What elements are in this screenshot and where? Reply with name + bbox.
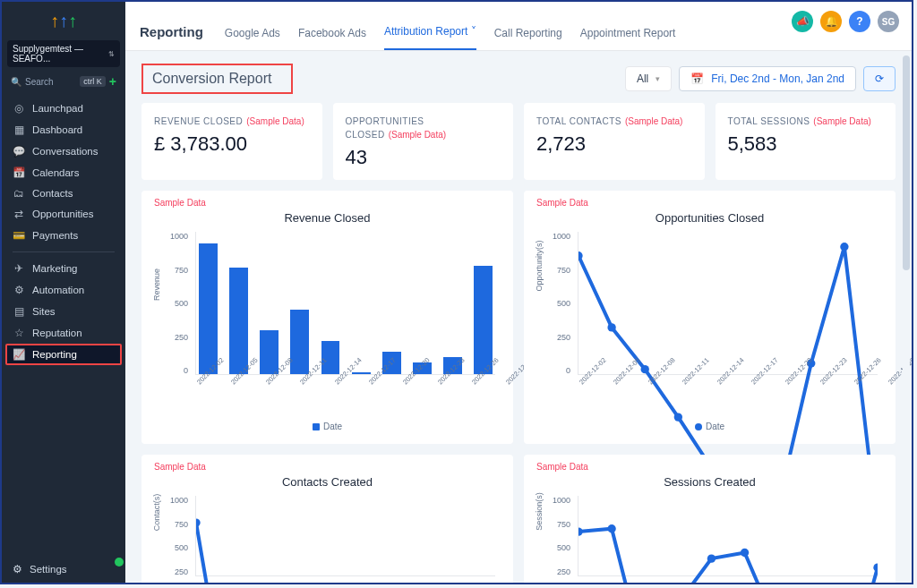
nav-label: Dashboard [32,124,82,135]
tab-call-reporting[interactable]: Call Reporting [494,27,562,50]
kpi-label: TOTAL CONTACTS [536,116,621,126]
account-switcher[interactable]: Supplygemtest — SEAFO... ⇅ [7,40,120,67]
topbar: Reporting Google AdsFacebook AdsAttribut… [125,2,912,51]
charts-grid: Sample Data Revenue Closed 1000750500250… [125,191,912,583]
reputation-icon: ☆ [13,327,25,339]
logo: ↑↑↑ [2,2,125,40]
nav-label: Reporting [32,349,77,360]
nav-label: Payments [32,230,78,241]
chart-contacts-created: Sample Data Contacts Created 10007505002… [141,455,513,583]
svg-point-3 [674,413,682,421]
chevron-updown-icon: ⇅ [108,50,115,58]
svg-point-1 [607,323,615,331]
tab-google-ads[interactable]: Google Ads [225,27,280,50]
sidebar-item-dashboard[interactable]: ▦Dashboard [2,119,125,141]
sample-badge: (Sample Data) [625,116,682,126]
bar [199,243,218,374]
kpi-card: TOTAL SESSIONS(Sample Data)5,583 [716,103,896,180]
chart-opportunities-closed: Sample Data Opportunities Closed 1000750… [524,191,896,444]
chart-sessions-created: Sample Data Sessions Created 10007505002… [524,455,896,583]
subheader: Conversion Report All ▾ 📅 Fri, Dec 2nd -… [125,51,912,103]
help-icon[interactable]: ? [849,11,870,32]
kpi-label: TOTAL SESSIONS [728,116,810,126]
kpi-card: OPPORTUNITIES CLOSED(Sample Data)43 [333,103,514,180]
main-content: Reporting Google AdsFacebook AdsAttribut… [125,2,912,583]
sidebar-item-contacts[interactable]: 🗂Contacts [2,183,125,203]
kpi-card: REVENUE CLOSED(Sample Data)£ 3,783.00 [141,103,322,180]
svg-point-10 [196,518,201,526]
search-placeholder: Search [25,77,54,87]
nav-label: Automation [32,285,84,295]
nav-label: Calendars [32,167,79,178]
sample-badge: (Sample Data) [389,130,446,140]
kpi-card: TOTAL CONTACTS(Sample Data)2,723 [524,103,705,180]
sidebar-item-calendars[interactable]: 📅Calendars [2,162,125,183]
date-range-picker[interactable]: 📅 Fri, Dec 2nd - Mon, Jan 2nd [679,66,856,91]
sample-badge: Sample Data [154,462,501,472]
nav-label: Launchpad [32,103,83,114]
nav-label: Opportunities [32,209,93,219]
svg-point-0 [578,251,583,260]
tab-appointment-report[interactable]: Appointment Report [580,27,676,50]
bell-icon[interactable]: 🔔 [820,11,842,32]
sidebar: ↑↑↑ Supplygemtest — SEAFO... ⇅ 🔍 Search … [2,2,125,583]
kpi-value: 43 [346,146,501,169]
chart-legend: Date [154,402,501,431]
sidebar-item-launchpad[interactable]: ◎Launchpad [2,98,125,119]
nav-separator [13,251,115,252]
report-tabs: Google AdsFacebook AdsAttribution Report… [225,25,676,50]
bar [229,268,248,374]
settings-label: Settings [30,564,67,575]
chart-title: Contacts Created [154,475,501,489]
conversations-icon: 💬 [13,145,25,158]
sidebar-item-reputation[interactable]: ☆Reputation [2,322,125,344]
svg-point-24 [873,563,878,571]
announce-icon[interactable]: 📣 [792,11,813,32]
sample-badge: Sample Data [536,462,883,472]
header-icons: 📣 🔔 ? SG [792,11,899,32]
sidebar-item-marketing[interactable]: ✈Marketing [2,258,125,279]
chart-title: Revenue Closed [154,211,501,225]
sidebar-item-automation[interactable]: ⚙Automation [2,279,125,301]
sidebar-item-reporting[interactable]: 📈Reporting [5,344,122,365]
filter-select[interactable]: All ▾ [625,66,672,91]
nav-label: Reputation [32,328,82,338]
kpi-value: 2,723 [536,132,692,156]
sidebar-item-payments[interactable]: 💳Payments [2,225,125,246]
tab-attribution-report[interactable]: Attribution Report ˅ [384,25,476,50]
kpi-value: 5,583 [728,132,884,156]
sidebar-item-conversations[interactable]: 💬Conversations [2,141,125,162]
kpi-row: REVENUE CLOSED(Sample Data)£ 3,783.00OPP… [125,103,912,191]
svg-point-8 [840,243,848,251]
svg-point-15 [578,527,583,535]
search-shortcut: ctrl K [80,76,106,87]
launchpad-icon: ◎ [13,102,25,115]
account-name: Supplygemtest — SEAFO... [13,44,108,64]
svg-point-19 [707,554,716,562]
search-icon: 🔍 [11,77,21,87]
reporting-icon: 📈 [13,348,25,361]
sample-badge: Sample Data [536,198,883,208]
calendar-icon: 📅 [690,72,704,85]
tab-facebook-ads[interactable]: Facebook Ads [298,27,366,50]
nav-label: Sites [32,306,56,317]
refresh-button[interactable]: ⟳ [863,66,896,91]
avatar[interactable]: SG [878,11,899,32]
sidebar-item-sites[interactable]: ▤Sites [2,301,125,322]
gear-icon: ⚙ [13,563,22,575]
sidebar-item-opportunities[interactable]: ⇄Opportunities [2,203,125,225]
report-title: Conversion Report [141,64,293,94]
chart-revenue-closed: Sample Data Revenue Closed 1000750500250… [141,191,513,444]
marketing-icon: ✈ [13,262,25,275]
scrollbar[interactable] [903,55,910,521]
sample-badge: (Sample Data) [813,116,870,126]
refresh-icon: ⟳ [875,72,884,85]
dashboard-icon: ▦ [13,124,25,136]
bar [474,266,493,374]
add-icon[interactable]: + [109,74,116,89]
search-bar[interactable]: 🔍 Search ctrl K + [7,72,120,90]
sidebar-settings[interactable]: ⚙ Settings [2,556,125,583]
kpi-label: REVENUE CLOSED [154,116,243,126]
nav-label: Marketing [32,263,78,274]
kpi-value: £ 3,783.00 [154,132,310,156]
